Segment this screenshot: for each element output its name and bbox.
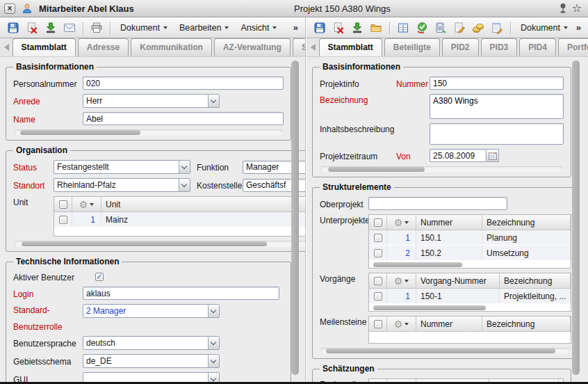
- close-button[interactable]: ×: [4, 3, 15, 14]
- tab-stammblatt[interactable]: Stammblatt: [319, 38, 382, 56]
- calculate-button[interactable]: [433, 20, 448, 35]
- horizontal-scrollbar[interactable]: [321, 166, 562, 173]
- tab-az-verwaltung[interactable]: AZ-Verwaltung: [214, 38, 291, 56]
- nummer-column-header[interactable]: Nummer: [416, 215, 482, 230]
- benutzersprache-select[interactable]: deutsch: [83, 336, 220, 350]
- tab-pid2[interactable]: PID2: [442, 38, 479, 56]
- menu-dokument[interactable]: Dokument: [116, 21, 172, 35]
- chevron-down-icon[interactable]: [208, 305, 219, 317]
- table-row[interactable]: 1 150.1 Planung: [369, 230, 571, 246]
- notes-button[interactable]: [489, 20, 505, 35]
- bezeichnung-column-header[interactable]: Bezeichnung: [482, 317, 571, 331]
- toolbar-overflow-button[interactable]: »: [576, 22, 582, 33]
- tab-portfolio[interactable]: Portfol: [558, 38, 588, 56]
- personalnummer-input[interactable]: [83, 77, 284, 90]
- gui-select[interactable]: [83, 372, 220, 382]
- save-button[interactable]: [6, 20, 21, 35]
- download-button[interactable]: [350, 20, 365, 35]
- save-button[interactable]: [312, 20, 327, 35]
- unit-cell[interactable]: Mainz: [101, 212, 305, 227]
- chevron-down-icon[interactable]: [208, 373, 219, 382]
- scrollbar-thumb[interactable]: [373, 262, 462, 267]
- edit-document-button[interactable]: [452, 20, 467, 35]
- vorgang-nummer-cell[interactable]: 150-1: [416, 289, 500, 303]
- standard-benutzerrolle-select[interactable]: 2 Manager: [83, 304, 220, 318]
- row-number[interactable]: 1: [72, 212, 101, 227]
- form-button[interactable]: [395, 20, 411, 35]
- chevron-down-icon[interactable]: [208, 355, 219, 367]
- checkbox[interactable]: [374, 234, 382, 242]
- oberprojekt-input[interactable]: [368, 197, 507, 210]
- delete-button[interactable]: [331, 20, 346, 35]
- chevron-down-icon[interactable]: [208, 95, 219, 107]
- bezeichnung-cell[interactable]: Umsetzung: [482, 246, 571, 260]
- gear-menu-button[interactable]: ⚙: [387, 215, 416, 230]
- tab-scroll-left-button[interactable]: [1, 40, 11, 54]
- mail-button[interactable]: [62, 20, 77, 35]
- favorite-button[interactable]: ☆: [570, 2, 584, 15]
- inhaltsbeschreibung-textarea[interactable]: [430, 123, 564, 145]
- table-row[interactable]: 1 150-1 Projektleitung, ...: [369, 289, 571, 304]
- tab-stammblatt[interactable]: Stammblatt: [13, 38, 76, 56]
- table-row[interactable]: 1 Mainz: [54, 212, 305, 227]
- checkbox[interactable]: [374, 320, 382, 328]
- chevron-down-icon[interactable]: [208, 337, 219, 349]
- bezeichnung-textarea[interactable]: A380 Wings: [430, 94, 564, 119]
- bezeichnung-column-header[interactable]: Bezeichnung: [500, 273, 571, 288]
- anrede-select[interactable]: Herr: [83, 94, 220, 108]
- menu-ansicht[interactable]: Ansicht: [236, 21, 281, 35]
- nummer-input[interactable]: [430, 77, 564, 90]
- bezeichnung-cell[interactable]: Projektleitung, ...: [500, 289, 571, 303]
- select-all-cell[interactable]: [369, 317, 387, 331]
- nummer-cell[interactable]: 150.1: [416, 230, 482, 245]
- select-all-cell[interactable]: [54, 197, 72, 211]
- delete-button[interactable]: [24, 20, 40, 35]
- checkbox[interactable]: [59, 216, 67, 224]
- menu-bearbeiten[interactable]: Bearbeiten: [175, 21, 233, 35]
- standort-select[interactable]: Rheinland-Pfalz: [54, 178, 190, 192]
- tab-pid4[interactable]: PID4: [519, 38, 556, 56]
- chevron-down-icon[interactable]: [179, 179, 190, 191]
- status-select[interactable]: Festangestellt: [54, 160, 190, 174]
- bezeichnung-cell[interactable]: Planung: [482, 230, 571, 245]
- select-all-cell[interactable]: [369, 273, 387, 288]
- chevron-down-icon[interactable]: [179, 161, 190, 173]
- von-date-input[interactable]: [430, 149, 487, 162]
- scrollbar-thumb[interactable]: [373, 305, 487, 310]
- scrollbar-thumb[interactable]: [328, 167, 425, 172]
- tab-pid3[interactable]: PID3: [481, 38, 518, 56]
- scrollbar-thumb[interactable]: [572, 61, 580, 375]
- vertical-scrollbar[interactable]: [572, 61, 580, 378]
- row-number[interactable]: 1: [387, 289, 416, 303]
- tab-scroll-left-button[interactable]: [308, 40, 318, 54]
- vertical-scrollbar[interactable]: [291, 61, 299, 378]
- checkbox[interactable]: [374, 277, 382, 285]
- horizontal-scrollbar[interactable]: [15, 241, 305, 247]
- row-number[interactable]: 2: [387, 246, 416, 260]
- table-row[interactable]: 2 150.2 Umsetzung: [369, 246, 571, 261]
- row-number[interactable]: 1: [387, 230, 416, 245]
- tab-adresse[interactable]: Adresse: [78, 38, 129, 56]
- gear-menu-button[interactable]: ⚙: [387, 273, 416, 288]
- finance-button[interactable]: [471, 20, 486, 35]
- gear-menu-button[interactable]: ⚙: [387, 317, 416, 331]
- checkbox[interactable]: [374, 249, 382, 257]
- scrollbar-thumb[interactable]: [291, 61, 299, 375]
- row-select-cell[interactable]: [369, 289, 387, 303]
- checkbox[interactable]: [59, 200, 67, 209]
- menu-dokument[interactable]: Dokument: [516, 21, 572, 35]
- scrollbar-thumb[interactable]: [326, 349, 555, 353]
- calendar-button[interactable]: [487, 149, 499, 162]
- bezeichnung-column-header[interactable]: Bezeichnung: [482, 215, 571, 230]
- horizontal-scrollbar[interactable]: [369, 261, 571, 268]
- row-select-cell[interactable]: [369, 230, 387, 245]
- horizontal-scrollbar[interactable]: [15, 129, 282, 136]
- toolbar-overflow-button[interactable]: »: [293, 22, 300, 33]
- login-input[interactable]: [83, 287, 279, 300]
- row-select-cell[interactable]: [54, 212, 72, 227]
- checkbox[interactable]: [374, 218, 382, 227]
- tab-skill[interactable]: Skil: [293, 38, 305, 56]
- folder-button[interactable]: [368, 20, 384, 35]
- horizontal-scrollbar[interactable]: [369, 304, 571, 311]
- download-button[interactable]: [43, 20, 58, 35]
